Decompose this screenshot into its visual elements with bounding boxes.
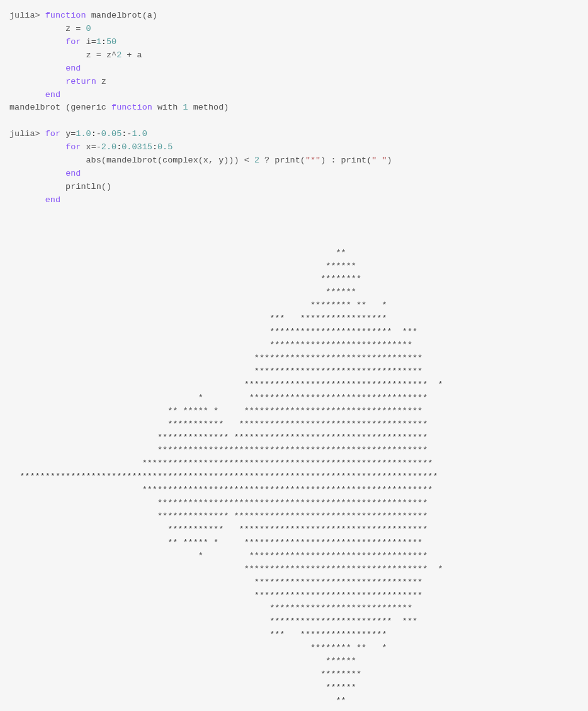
repl-prompt: julia> <box>9 11 40 20</box>
code-text: y= <box>60 129 76 139</box>
number-literal: 0 <box>86 24 91 33</box>
indent <box>9 142 65 152</box>
code-text: ? print( <box>259 156 305 165</box>
number-literal: 0.05 <box>101 129 122 139</box>
keyword-return: return <box>65 77 96 86</box>
output-text: method) <box>188 103 229 112</box>
keyword-for: for <box>65 142 81 152</box>
output-text: mandelbrot (generic <box>9 103 111 112</box>
string-literal: " " <box>371 156 387 165</box>
indent <box>9 64 65 73</box>
number-literal: 1 <box>96 37 101 47</box>
code-text: :- <box>91 129 101 139</box>
code-text: z = z^ <box>9 50 116 60</box>
number-literal: 0.0315 <box>122 142 152 152</box>
code-text: : <box>101 37 106 47</box>
number-literal: 1.0 <box>132 129 147 139</box>
number-literal: 2 <box>254 156 259 165</box>
keyword-function: function <box>111 103 152 112</box>
code-text: : <box>152 142 157 152</box>
keyword-end: end <box>65 169 81 178</box>
code-text: z = <box>9 24 86 33</box>
keyword-end: end <box>45 195 60 205</box>
code-text: :- <box>122 129 132 139</box>
code-text: mandelbrot(a) <box>86 11 157 20</box>
indent <box>9 195 45 205</box>
keyword-end: end <box>45 90 60 100</box>
code-text: x=- <box>81 142 101 152</box>
indent <box>9 77 65 86</box>
indent <box>9 37 65 47</box>
code-text: i= <box>81 37 96 47</box>
code-text: ) : print( <box>320 156 371 165</box>
mandelbrot-output: ** ****** ******** <box>9 207 579 711</box>
repl-prompt: julia> <box>9 129 40 139</box>
keyword-for: for <box>45 129 60 139</box>
number-literal: 1.0 <box>76 129 91 139</box>
number-literal: 2.0 <box>101 142 116 152</box>
julia-repl-code: julia> function mandelbrot(a) z = 0 for … <box>9 9 579 207</box>
keyword-for: for <box>65 37 81 47</box>
code-text: + a <box>122 50 142 60</box>
code-text: abs(mandelbrot(complex(x, y))) < <box>9 156 254 165</box>
indent <box>9 169 65 178</box>
code-text: println() <box>9 182 111 191</box>
string-literal: "*" <box>305 156 320 165</box>
indent <box>9 90 45 100</box>
output-text: with <box>152 103 183 112</box>
code-text: z <box>96 77 106 86</box>
number-literal: 1 <box>183 103 188 112</box>
keyword-function: function <box>45 11 86 20</box>
number-literal: 0.5 <box>157 142 172 152</box>
code-text: ) <box>387 156 392 165</box>
keyword-end: end <box>65 64 81 73</box>
number-literal: 50 <box>106 37 116 47</box>
